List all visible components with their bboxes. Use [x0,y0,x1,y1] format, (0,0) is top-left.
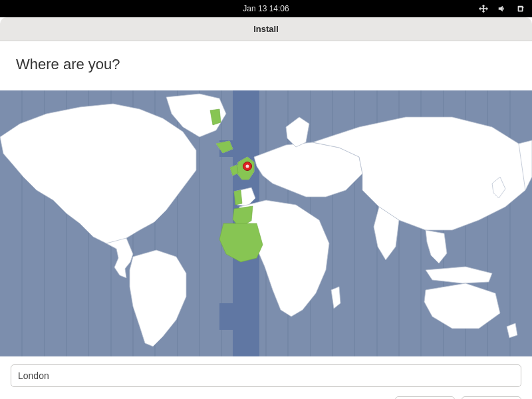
system-tray[interactable] [479,4,525,13]
volume-icon[interactable] [497,4,507,13]
clock: Jan 13 14:06 [243,4,289,13]
battery-icon[interactable] [516,4,525,13]
svg-rect-25 [219,303,259,330]
map-pin-icon [243,162,252,171]
gnome-topbar: Jan 13 14:06 [0,0,532,17]
location-input[interactable] [11,364,521,387]
timezone-map[interactable] [0,90,532,356]
page-heading: Where are you? [16,56,516,73]
window-titlebar: Install [0,17,532,41]
svg-point-28 [246,165,249,168]
back-button[interactable]: Back [395,396,455,399]
window-title: Install [253,24,279,34]
nav-button-row: Back Continue [0,387,532,399]
network-wired-icon[interactable] [479,4,488,13]
continue-button[interactable]: Continue [462,396,521,399]
